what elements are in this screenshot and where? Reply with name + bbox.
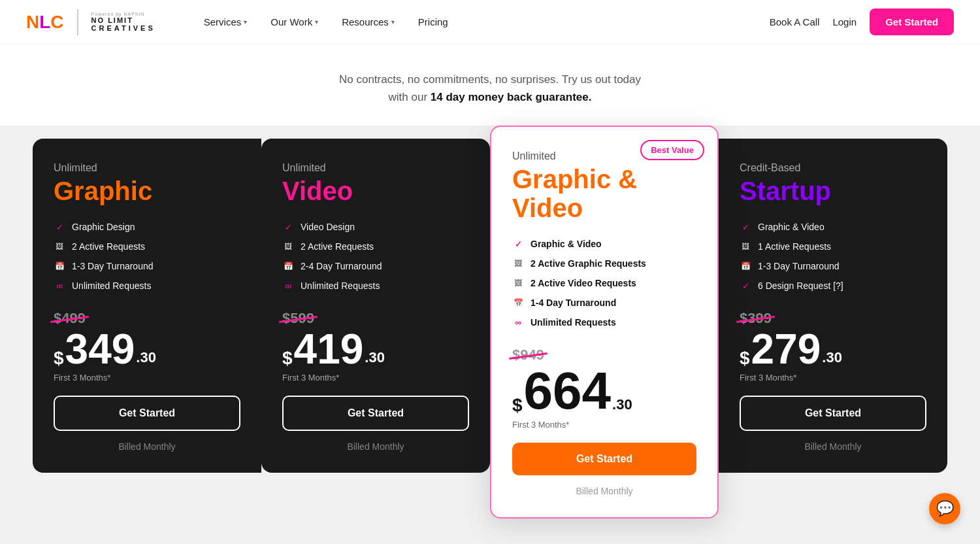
list-item: 🖼 2 Active Requests — [54, 241, 240, 252]
login-button[interactable]: Login — [832, 16, 857, 27]
original-price: $599 — [282, 310, 314, 327]
dollar-sign: $ — [512, 394, 523, 417]
list-item: ∞ Unlimited Requests — [54, 280, 240, 292]
price-note: First 3 Months* — [740, 373, 926, 382]
logo-powered: Powered by NAPKIN — [91, 12, 155, 17]
list-item: 📅 2-4 Day Turnaround — [282, 260, 469, 272]
get-started-graphic-button[interactable]: Get Started — [54, 396, 240, 431]
price-note: First 3 Months* — [512, 420, 696, 430]
list-item: 📅 1-3 Day Turnaround — [54, 260, 240, 272]
calendar-icon: 📅 — [512, 297, 524, 309]
infinity-icon: ∞ — [282, 280, 294, 292]
chat-icon: 💬 — [936, 500, 954, 517]
plan-gv-title: Graphic & Video — [512, 165, 696, 222]
check-icon: ✓ — [512, 238, 524, 250]
get-started-gv-button[interactable]: Get Started — [512, 443, 696, 475]
plan-video-price: $599 $ 419 .30 First 3 Months* — [282, 310, 469, 382]
nav-links: Services ▾ Our Work ▾ Resources ▾ Pricin… — [195, 11, 770, 33]
list-item: 🖼 2 Active Requests — [282, 241, 469, 252]
nav-right: Book A Call Login Get Started — [770, 8, 954, 35]
dollar-sign: $ — [740, 347, 750, 370]
pricing-grid: Unlimited Graphic ✓ Graphic Design 🖼 2 A… — [33, 139, 947, 518]
current-price-row: $ 419 .30 — [282, 328, 469, 370]
hero-section: No contracts, no commitments, no surpris… — [0, 44, 980, 126]
billed-monthly-graphic: Billed Monthly — [54, 441, 240, 452]
plan-graphic: Unlimited Graphic ✓ Graphic Design 🖼 2 A… — [33, 139, 261, 473]
nav-resources[interactable]: Resources ▾ — [333, 11, 404, 33]
image-icon: 🖼 — [740, 241, 751, 252]
plan-startup-title: Startup — [740, 177, 926, 205]
plan-startup-features: ✓ Graphic & Video 🖼 1 Active Requests 📅 … — [740, 221, 926, 292]
calendar-icon: 📅 — [740, 260, 751, 272]
image-icon: 🖼 — [512, 258, 524, 269]
book-call-link[interactable]: Book A Call — [770, 16, 820, 27]
image-icon: 🖼 — [54, 241, 65, 252]
price-main: 349 — [65, 328, 135, 370]
plan-gv-features: ✓ Graphic & Video 🖼 2 Active Graphic Req… — [512, 238, 696, 328]
price-cents: .30 — [822, 345, 842, 371]
get-started-video-button[interactable]: Get Started — [282, 396, 469, 431]
get-started-startup-button[interactable]: Get Started — [740, 396, 926, 431]
infinity-icon: ∞ — [54, 280, 65, 292]
chat-bubble[interactable]: 💬 — [929, 493, 960, 524]
list-item: ∞ Unlimited Requests — [282, 280, 469, 292]
list-item: ✓ Graphic & Video — [512, 238, 696, 250]
price-cents: .30 — [612, 392, 632, 418]
plan-gv-price: $949 $ 664 .30 First 3 Months* — [512, 347, 696, 430]
get-started-nav-button[interactable]: Get Started — [870, 8, 954, 35]
check-icon: ✓ — [740, 221, 751, 233]
original-price: $399 — [740, 310, 772, 327]
price-note: First 3 Months* — [54, 373, 240, 382]
billed-monthly-video: Billed Monthly — [282, 441, 469, 452]
navbar: NLC Powered by NAPKIN NO LIMIT CREATIVES… — [0, 0, 980, 44]
price-cents: .30 — [365, 345, 385, 371]
chevron-down-icon: ▾ — [315, 18, 318, 26]
nav-pricing[interactable]: Pricing — [409, 11, 457, 33]
current-price-row: $ 664 .30 — [512, 365, 696, 417]
dollar-sign: $ — [54, 347, 64, 370]
billed-monthly-startup: Billed Monthly — [740, 441, 926, 452]
original-price: $949 — [512, 347, 544, 364]
logo: NLC Powered by NAPKIN NO LIMIT CREATIVES — [26, 9, 155, 35]
dollar-sign: $ — [282, 347, 293, 370]
list-item: ∞ Unlimited Requests — [512, 316, 696, 328]
nav-ourwork[interactable]: Our Work ▾ — [261, 11, 327, 33]
hero-line2: with our 14 day money back guarantee. — [13, 88, 967, 106]
calendar-icon: 📅 — [54, 260, 65, 272]
logo-divider — [77, 9, 78, 35]
logo-nlc: NLC — [26, 13, 64, 31]
list-item: ✓ Video Design — [282, 221, 469, 233]
list-item: 🖼 2 Active Video Requests — [512, 277, 696, 289]
image-icon: 🖼 — [282, 241, 294, 252]
infinity-icon: ∞ — [512, 316, 524, 328]
price-cents: .30 — [136, 345, 156, 371]
best-value-badge: Best Value — [640, 140, 704, 160]
current-price-row: $ 349 .30 — [54, 328, 240, 370]
check-icon: ✓ — [54, 221, 65, 233]
price-main: 664 — [524, 365, 611, 417]
list-item: ✓ 6 Design Request [?] — [740, 280, 926, 292]
logo-name-line1: NO LIMIT — [91, 16, 155, 24]
price-main: 279 — [751, 328, 821, 370]
plan-graphic-subtitle: Unlimited — [54, 162, 240, 174]
nav-services[interactable]: Services ▾ — [195, 11, 257, 33]
price-note: First 3 Months* — [282, 373, 469, 382]
guarantee-text: 14 day money back guarantee. — [431, 91, 592, 103]
pricing-section: Unlimited Graphic ✓ Graphic Design 🖼 2 A… — [0, 126, 980, 544]
chevron-down-icon: ▾ — [391, 18, 395, 26]
plan-startup-subtitle: Credit-Based — [740, 162, 926, 174]
plan-graphic-price: $499 $ 349 .30 First 3 Months* — [54, 310, 240, 382]
list-item: ✓ Graphic & Video — [740, 221, 926, 233]
current-price-row: $ 279 .30 — [740, 328, 926, 370]
plan-video-subtitle: Unlimited — [282, 162, 469, 174]
check-icon: ✓ — [282, 221, 294, 233]
price-main: 419 — [294, 328, 364, 370]
logo-text: Powered by NAPKIN NO LIMIT CREATIVES — [91, 12, 155, 33]
calendar-icon: 📅 — [282, 260, 294, 272]
plan-graphic-features: ✓ Graphic Design 🖼 2 Active Requests 📅 1… — [54, 221, 240, 292]
original-price: $499 — [54, 310, 86, 327]
list-item: 📅 1-3 Day Turnaround — [740, 260, 926, 272]
plan-video: Unlimited Video ✓ Video Design 🖼 2 Activ… — [261, 139, 490, 473]
list-item: 📅 1-4 Day Turnaround — [512, 297, 696, 309]
plan-video-title: Video — [282, 177, 469, 205]
